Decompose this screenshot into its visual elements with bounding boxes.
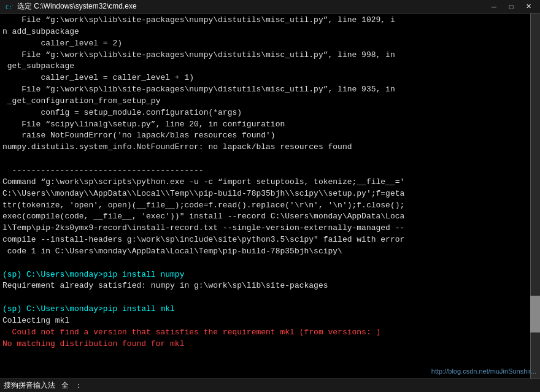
terminal-line: ttr(tokenize, 'open', open)(__file__);co… xyxy=(2,200,538,212)
terminal-content: File “g:\work\sp\lib\site-packages\numpy… xyxy=(0,13,540,363)
terminal-line: compile --install-headers g:\work\sp\inc… xyxy=(2,234,538,246)
terminal-line: Could not find a version that satisfies … xyxy=(2,327,538,339)
terminal-line: config = setup_module.configuration(*arg… xyxy=(2,107,538,119)
terminal-line: _get_configuration_from_setup_py xyxy=(2,96,538,107)
terminal-line: Requirement already satisfied: numpy in … xyxy=(2,280,538,292)
terminal-line: ---------------------------------------- xyxy=(2,165,538,177)
terminal-line: raise NotFoundError('no lapack/blas reso… xyxy=(2,130,538,142)
terminal-line xyxy=(2,258,538,269)
svg-text:C:\: C:\ xyxy=(6,4,13,10)
terminal-line: File “scipy\linalg\setup.py”, line 20, i… xyxy=(2,119,538,131)
close-button[interactable]: ✕ xyxy=(520,2,536,12)
terminal-line: caller_level = 2) xyxy=(2,38,538,50)
ime-bar: 搜狗拼音输入法 全 ： xyxy=(0,379,540,392)
ime-separator: ： xyxy=(75,380,82,391)
terminal-line: File “g:\work\sp\lib\site-packages\numpy… xyxy=(2,84,538,96)
title-text: 选定 C:\Windows\system32\cmd.exe xyxy=(17,1,137,12)
scrollbar[interactable] xyxy=(530,13,540,392)
terminal-line: n add_subpackage xyxy=(2,26,538,38)
terminal-line: Command “g:\work\sp\scripts\python.exe ‑… xyxy=(2,177,538,188)
terminal-line: (sp) C:\Users\monday>pip install numpy xyxy=(2,269,538,281)
terminal-line: get_subpackage xyxy=(2,61,538,72)
minimize-button[interactable]: ─ xyxy=(486,2,502,12)
scrollbar-thumb[interactable] xyxy=(530,296,540,332)
terminal-line: numpy.distutils.system_info.NotFoundErro… xyxy=(2,142,538,153)
terminal-line: l\Temp\pip-2ks0ymx9-record\install-recor… xyxy=(2,223,538,234)
cmd-icon: C:\ xyxy=(4,2,14,12)
terminal-line: caller_level = caller_level + 1) xyxy=(2,72,538,84)
terminal-line xyxy=(2,350,538,361)
terminal-line: code 1 in C:\Users\monday\AppData\Local\… xyxy=(2,246,538,258)
terminal-line: C:\\Users\\monday\\AppData\\Local\\Temp\… xyxy=(2,188,538,200)
terminal-window: File “g:\work\sp\lib\site-packages\numpy… xyxy=(0,13,540,392)
title-bar-controls: ─ □ ✕ xyxy=(486,2,536,12)
terminal-line xyxy=(2,153,538,165)
watermark: http://blog.csdn.net/muJinSunshir... xyxy=(431,367,536,375)
ime-fullwidth: 全 xyxy=(61,380,69,391)
terminal-line: (sp) C:\Users\monday>pip install mkl xyxy=(2,304,538,315)
terminal-line: exec(compile(code, __file__, 'exec'))" i… xyxy=(2,211,538,223)
terminal-line: No matching distribution found for mkl xyxy=(2,339,538,350)
terminal-line: File “g:\work\sp\lib\site-packages\numpy… xyxy=(2,50,538,61)
terminal-line: Collecting mkl xyxy=(2,315,538,327)
maximize-button[interactable]: □ xyxy=(503,2,519,12)
title-bar: C:\ 选定 C:\Windows\system32\cmd.exe ─ □ ✕ xyxy=(0,0,540,13)
terminal-line: File “g:\work\sp\lib\site-packages\numpy… xyxy=(2,15,538,26)
title-bar-left: C:\ 选定 C:\Windows\system32\cmd.exe xyxy=(4,1,137,12)
ime-label: 搜狗拼音输入法 xyxy=(4,380,55,391)
terminal-line xyxy=(2,292,538,304)
